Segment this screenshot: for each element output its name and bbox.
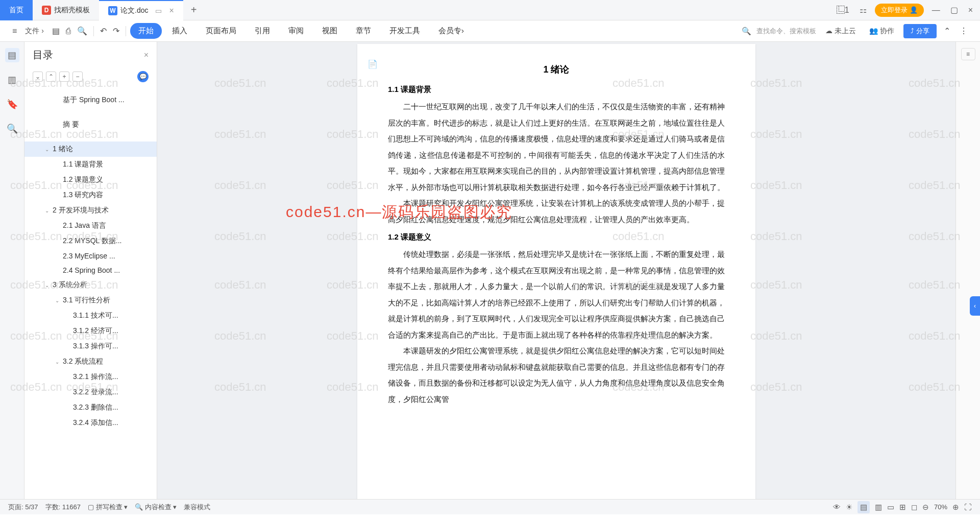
word-icon: W [108,6,117,15]
page-indicator[interactable]: 页面: 5/37 [8,503,38,512]
paragraph: 本课题研发的夕阳红公寓管理系统，就是提供夕阳红公寓信息处理的解决方案，它可以短时… [388,343,725,407]
chevron-down-icon[interactable]: ⌄ [45,147,51,152]
paragraph: 传统处理数据，必须是一张张纸，然后处理完毕又是统计在一张张纸上面，不断的重复处理… [388,246,725,343]
menu-layout[interactable]: 页面布局 [198,23,244,39]
toc-item[interactable]: 3.1.2 经济可... [24,323,157,339]
toc-item[interactable]: 3.1.3 操作可... [24,339,157,354]
chevron-up-icon[interactable]: ⌃ [942,26,952,36]
toc-item[interactable]: 3.2.2 登录流... [24,385,157,400]
chevron-down-icon[interactable]: ⌄ [45,282,51,288]
spellcheck-button[interactable]: ▢ 拼写检查 ▾ [88,503,128,512]
menu-start[interactable]: 开始 [130,23,162,39]
toc-item[interactable]: 1.2 课题意义 [24,172,157,187]
toc-item-label: 1 绪论 [53,145,146,154]
menu-chapter[interactable]: 章节 [348,23,379,39]
layout-icon[interactable]: ⿺1 [835,6,851,15]
collab-button[interactable]: 👥 协作 [865,25,898,38]
remove-icon[interactable]: − [72,72,83,82]
toc-item[interactable]: ⌄3 系统分析 [24,277,157,293]
toc-item[interactable]: ⌄3.1 可行性分析 [24,293,157,308]
zoom-out-icon[interactable]: ⊖ [922,503,929,512]
panel-toggle-icon[interactable]: ≡ [961,48,975,60]
menu-ref[interactable]: 引用 [247,23,278,39]
undo-icon[interactable]: ↶ [98,26,109,36]
zoom-value[interactable]: 70% [934,503,947,511]
toc-item[interactable]: 摘 要 [24,117,157,132]
view-reading-icon[interactable]: ▭ [887,503,894,512]
close-button[interactable]: × [966,6,975,15]
menu-dev[interactable]: 开发工具 [381,23,428,39]
collapse-icon[interactable]: ⌄ [33,72,43,82]
preview-icon[interactable]: 🔍 [75,26,89,36]
close-icon[interactable]: × [169,6,174,15]
menu-view[interactable]: 视图 [314,23,346,39]
doc-corner-icon[interactable]: 📄 [368,59,378,69]
view-web-icon[interactable]: ⊞ [899,503,906,512]
tab-home[interactable]: 首页 [0,0,33,20]
menu-member[interactable]: 会员专› [430,23,472,39]
toc-close-icon[interactable]: × [144,51,149,60]
tab-template[interactable]: D 找稻壳模板 [33,0,99,20]
document-area[interactable]: 📄 1 绪论 1.1 课题背景 二十一世纪互联网的出现，改变了几千年以来人们的生… [157,42,955,499]
toc-item[interactable]: 1.3 研究内容 [24,187,157,203]
content-check-button[interactable]: 🔍 内容检查 ▾ [135,503,177,512]
search-icon[interactable]: 🔍 [742,27,751,36]
search-input[interactable]: 查找命令、搜索模板 [756,27,816,36]
bookmark-icon[interactable]: 🔖 [5,97,19,111]
toc-item[interactable]: 3.1.1 技术可... [24,308,157,323]
outline-icon[interactable]: ▤ [5,48,19,62]
view-outline-icon[interactable]: ▥ [875,503,882,512]
menu-icon[interactable]: ≡ [10,27,19,36]
window-icon[interactable]: ▭ [155,7,162,15]
menu-review[interactable]: 审阅 [280,23,312,39]
eye-icon[interactable]: 👁 [833,503,841,511]
chevron-down-icon[interactable]: ⌄ [45,208,51,214]
brightness-icon[interactable]: ☀ [846,503,852,512]
toc-item-label: 基于 Spring Boot ... [63,96,146,105]
toc-item[interactable]: 2.2 MYSQL 数据... [24,233,157,249]
cloud-button[interactable]: ☁ 未上云 [821,25,860,38]
toc-item[interactable]: 2.3 MyEclipse ... [24,249,157,263]
more-icon[interactable]: ⋮ [958,26,970,36]
section-title: 1.2 课题意义 [388,232,725,242]
print-icon[interactable]: ⎙ [64,27,73,36]
toc-item[interactable]: 2.4 Spring Boot ... [24,263,157,277]
left-rail: ▤ ▥ 🔖 🔍 [0,42,24,499]
apps-icon[interactable]: ⚏ [857,5,869,15]
tab-document[interactable]: W 论文.doc ▭ × [99,0,183,20]
zoom-fit-icon[interactable]: ◻ [911,503,917,512]
toc-item[interactable]: 3.2.4 添加信... [24,415,157,431]
save-icon[interactable]: ▤ [50,26,62,36]
toc-item[interactable]: 3.2.3 删除信... [24,400,157,415]
toc-item-label: 3.1.3 操作可... [73,342,146,351]
feedback-tab[interactable]: ‹ [970,296,980,316]
view-page-icon[interactable]: ▤ [857,501,870,513]
toc-item[interactable]: ⌄1 绪论 [24,141,157,157]
thumbnails-icon[interactable]: ▥ [5,73,19,87]
chat-icon[interactable]: 💬 [137,71,149,82]
expand-icon[interactable]: ⌃ [46,72,56,82]
find-icon[interactable]: 🔍 [5,122,19,136]
menu-insert[interactable]: 插入 [164,23,195,39]
fullscreen-icon[interactable]: ⛶ [964,503,972,511]
toc-item[interactable]: ⌄2 开发环境与技术 [24,203,157,218]
compat-mode[interactable]: 兼容模式 [184,503,210,512]
new-tab-button[interactable]: + [183,4,205,16]
redo-icon[interactable]: ↷ [111,26,121,36]
zoom-in-icon[interactable]: ⊕ [952,503,959,512]
word-count[interactable]: 字数: 11667 [45,503,81,512]
minimize-button[interactable]: — [930,6,942,15]
chevron-down-icon[interactable]: ⌄ [55,298,61,303]
add-icon[interactable]: + [59,72,69,82]
toc-item[interactable]: 基于 Spring Boot ... [24,92,157,108]
toc-item[interactable]: 2.1 Java 语言 [24,218,157,233]
file-menu[interactable]: 文件 › [21,25,48,38]
toc-item[interactable]: ⌄3.2 系统流程 [24,354,157,369]
chevron-down-icon[interactable]: ⌄ [55,359,61,365]
login-button[interactable]: 立即登录 👤 [875,4,924,17]
maximize-button[interactable]: ▢ [948,5,960,15]
toc-item[interactable]: 1.1 课题背景 [24,157,157,172]
share-button[interactable]: ⤴ 分享 [903,24,937,38]
toc-item[interactable]: 3.2.1 操作流... [24,369,157,385]
toc-item-label: 2.4 Spring Boot ... [63,266,146,274]
